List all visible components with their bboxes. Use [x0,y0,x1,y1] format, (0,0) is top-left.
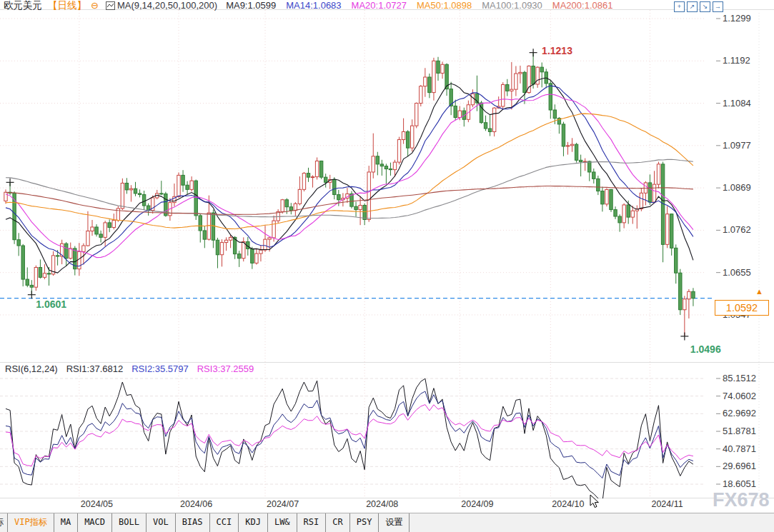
collapse-panel-icon[interactable]: ⊖ [91,0,99,11]
time-axis-label: 2024/06 [180,499,212,509]
price-chart-canvas: 1.06011.12131.0496 [0,0,774,532]
chart-window: 1.06011.12131.0496 欧元美元 【日线】 ⊖ MA(9,14,2… [0,0,774,532]
rsi-axis-label: 40.7871 [723,443,756,454]
tab-cci[interactable]: CCI [209,513,239,532]
tab-cr[interactable]: CR [325,513,349,532]
ma-values-group: MA9:1.0599MA14:1.0683MA20:1.0727MA50:1.0… [226,0,622,11]
toolbar-clipped-tab[interactable]: 标 [0,513,7,532]
tab-macd[interactable]: MACD [77,513,111,532]
rsi-axis-label: 51.8781 [723,426,756,436]
rsi-axis-label: 74.0602 [723,391,756,401]
rsi-value: RSI1:37.6812 [66,363,124,374]
extreme-price-label: 1.0496 [690,343,721,355]
time-axis-label: 2024/11 [651,499,683,509]
ma-settings-label[interactable]: MA(9,14,20,50,100,200) [117,0,217,11]
ma-value: MA9:1.0599 [226,0,276,11]
rsi-value: RSI2:35.5797 [132,363,189,374]
mouse-cursor [590,494,601,509]
extreme-price-label: 1.1213 [542,45,572,56]
tab-vip-indicator[interactable]: VIP指标 [7,513,54,532]
tab-ma[interactable]: MA [54,513,77,532]
last-price-value: 1.0592 [726,302,758,313]
fx678-watermark: FX678 [713,489,770,511]
ma-value: MA14:1.0683 [286,0,341,11]
price-axis-label: 1.0977 [723,140,751,151]
price-axis-label: 1.0655 [723,267,751,278]
symbol-name: 欧元美元 [4,0,42,12]
rsi-value: RSI3:37.2559 [197,363,254,374]
price-axis-label: 1.1299 [723,13,751,24]
time-axis-label: 2024/07 [267,499,299,509]
rsi-axis-label: 29.6961 [723,461,756,471]
extreme-price-label: 1.0601 [36,298,66,310]
rsi-values-group: RSI1:37.6812RSI2:35.5797RSI3:37.2559 [66,363,263,374]
chart-window-icons: +↗↘→ [674,1,723,12]
move-icon[interactable]: + [674,1,685,12]
rsi-axis-label: 85.1512 [723,373,756,383]
rsi-axis-label: 62.9692 [723,408,756,418]
indicator-tabs: VIP指标MAMACDBOLLVOLBIASCCIKDJLW&RSICRPSY设… [7,513,410,532]
scale-right-icon[interactable]: ↘ [700,1,710,12]
rsi-axis-label: 18.6051 [723,478,756,489]
rsi-settings-label[interactable]: RSI(6,12,24) [5,363,58,374]
time-axis-label: 2024/08 [366,499,398,509]
price-axis-label: 1.0762 [723,224,751,235]
timeframe-label[interactable]: 【日线】 [48,0,86,12]
ma-value: MA100:1.0930 [482,0,542,11]
tab-settings[interactable]: 设置 [378,513,410,532]
scale-up-icon[interactable]: ↗ [687,1,698,12]
ma-value: MA50:1.0898 [417,0,472,11]
tab-vol[interactable]: VOL [146,513,175,532]
ma-value: MA200:1.0861 [552,0,613,11]
tab-bias[interactable]: BIAS [175,513,209,532]
tab-kdj[interactable]: KDJ [238,513,267,532]
time-axis-label: 2024/10 [552,499,584,509]
last-price-tag: 1.0592 [715,300,769,316]
price-axis-label: 1.1084 [723,98,751,109]
time-axis-label: 2024/05 [81,499,113,509]
time-axis-label: 2024/09 [461,499,493,509]
tab-boll[interactable]: BOLL [111,513,146,532]
chart-header: 欧元美元 【日线】 ⊖ MA(9,14,20,50,100,200) MA9:1… [0,0,774,11]
price-axis-label: 1.0869 [723,182,751,193]
rsi-header: RSI(6,12,24) RSI1:37.6812RSI2:35.5797RSI… [5,363,271,374]
indicator-toolbar: 标 VIP指标MAMACDBOLLVOLBIASCCIKDJLW&RSICRPS… [0,513,774,532]
tab-psy[interactable]: PSY [349,513,379,532]
price-up-arrow-icon: ▲ [755,287,763,296]
ma-value: MA20:1.0727 [352,0,407,11]
ma-indicator-icon[interactable] [106,1,115,10]
tab-lw[interactable]: LW& [267,513,297,532]
pan-right-icon[interactable]: → [713,1,723,12]
price-axis-label: 1.1192 [723,55,750,66]
tab-rsi[interactable]: RSI [297,513,326,532]
